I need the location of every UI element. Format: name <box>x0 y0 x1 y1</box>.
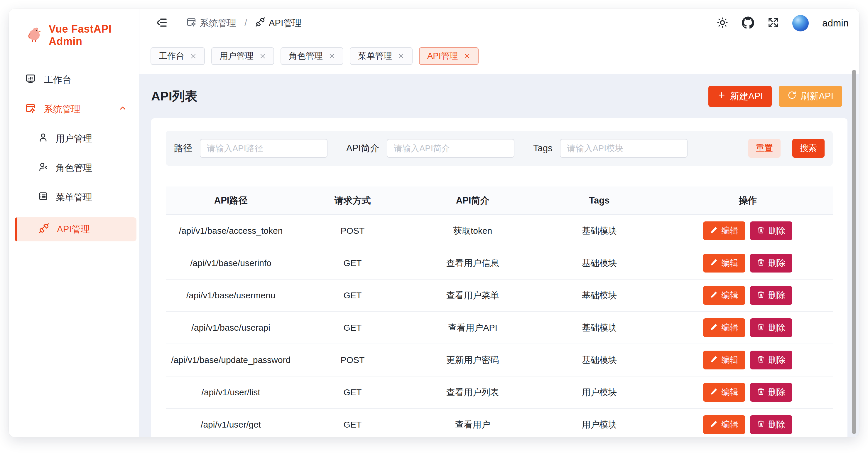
sidebar-item-api[interactable]: API管理 <box>15 217 136 242</box>
cell-method: GET <box>296 376 409 408</box>
theme-toggle-sun-icon[interactable] <box>717 17 728 30</box>
user-icon <box>38 133 48 145</box>
breadcrumb-api[interactable]: API管理 <box>255 17 302 29</box>
active-indicator-bar <box>15 217 17 242</box>
path-filter-input[interactable] <box>200 139 328 158</box>
edit-label: 编辑 <box>721 257 738 269</box>
vertical-scrollbar-thumb[interactable] <box>852 70 856 434</box>
tags-filter-input[interactable] <box>560 139 687 158</box>
delete-button[interactable]: 删除 <box>750 415 792 434</box>
close-icon[interactable] <box>259 53 266 59</box>
close-icon[interactable] <box>329 53 335 59</box>
edit-button[interactable]: 编辑 <box>703 221 745 240</box>
edit-button[interactable]: 编辑 <box>703 351 745 369</box>
tab-workbench[interactable]: 工作台 <box>151 47 205 65</box>
trash-icon <box>757 323 765 333</box>
tab-label: 用户管理 <box>219 50 253 62</box>
collapse-sidebar-icon[interactable] <box>156 17 167 30</box>
table-card: 路径 API简介 Tags 重置 搜索 <box>151 118 847 437</box>
cell-tags: 基础模块 <box>536 247 663 279</box>
delete-button[interactable]: 删除 <box>750 318 792 337</box>
cell-summary: 查看用户信息 <box>409 247 536 279</box>
sidebar-item-users[interactable]: 用户管理 <box>9 129 139 148</box>
summary-filter-input[interactable] <box>387 139 515 158</box>
logo-row[interactable]: Vue FastAPI Admin <box>9 9 139 48</box>
fullscreen-icon[interactable] <box>768 17 779 29</box>
top-bar: 系统管理 / API管理 <box>140 9 859 37</box>
sidebar-item-label: 角色管理 <box>56 162 92 174</box>
delete-button[interactable]: 删除 <box>750 351 792 369</box>
edit-button[interactable]: 编辑 <box>703 415 745 434</box>
trash-icon <box>757 420 765 430</box>
screen: Vue FastAPI Admin 工作台 系统管理 <box>0 0 868 454</box>
pencil-icon <box>710 258 718 268</box>
delete-button[interactable]: 删除 <box>750 254 792 273</box>
tab-label: API管理 <box>427 50 458 62</box>
edit-button[interactable]: 编辑 <box>703 254 745 273</box>
edit-label: 编辑 <box>721 322 738 334</box>
sidebar-item-roles[interactable]: 角色管理 <box>9 159 139 177</box>
cell-path: /api/v1/base/access_token <box>166 215 296 247</box>
edit-button[interactable]: 编辑 <box>703 318 745 337</box>
refresh-api-button[interactable]: 刷新API <box>779 86 842 107</box>
sidebar-item-label: 系统管理 <box>44 103 81 115</box>
username: admin <box>822 18 849 29</box>
cell-path: /api/v1/base/update_password <box>166 344 296 376</box>
close-icon[interactable] <box>190 53 196 59</box>
tab-roles[interactable]: 角色管理 <box>281 47 343 65</box>
breadcrumb-label: 系统管理 <box>200 17 236 29</box>
reset-button[interactable]: 重置 <box>748 139 780 158</box>
summary-filter-label: API简介 <box>346 142 379 154</box>
github-icon[interactable] <box>742 17 754 30</box>
pencil-icon <box>710 323 718 333</box>
tab-api[interactable]: API管理 <box>419 47 478 65</box>
edit-button[interactable]: 编辑 <box>703 383 745 402</box>
delete-button[interactable]: 删除 <box>750 286 792 305</box>
page-title-row: API列表 新建API 刷新API <box>151 74 847 118</box>
edit-label: 编辑 <box>721 354 738 366</box>
sidebar-item-system[interactable]: 系统管理 <box>9 100 139 119</box>
tab-label: 菜单管理 <box>358 50 392 62</box>
cell-tags: 基础模块 <box>536 215 663 247</box>
cell-summary: 查看用户列表 <box>409 376 536 408</box>
close-icon[interactable] <box>464 53 470 59</box>
menu-list-icon <box>38 191 48 203</box>
pencil-icon <box>710 355 718 365</box>
sidebar-menu: 工作台 系统管理 用户管理 角 <box>9 48 139 242</box>
avatar[interactable] <box>792 15 809 31</box>
cell-summary: 查看用户 <box>409 408 536 437</box>
tab-label: 工作台 <box>159 50 184 62</box>
sidebar-item-workbench[interactable]: 工作台 <box>9 70 139 89</box>
breadcrumb-system[interactable]: 系统管理 <box>186 17 236 29</box>
new-api-button[interactable]: 新建API <box>708 86 772 107</box>
chick-logo-icon <box>26 26 43 44</box>
delete-button[interactable]: 删除 <box>750 383 792 402</box>
system-window-gear-icon <box>25 103 36 116</box>
tab-users[interactable]: 用户管理 <box>211 47 274 65</box>
trash-icon <box>757 291 765 301</box>
title-actions: 新建API 刷新API <box>708 86 847 107</box>
tags-filter-label: Tags <box>533 143 552 153</box>
sidebar-item-label: 工作台 <box>44 74 71 86</box>
col-header-tags: Tags <box>536 187 663 215</box>
delete-button[interactable]: 删除 <box>750 221 792 240</box>
sidebar-item-label: 用户管理 <box>56 133 92 145</box>
tab-label: 角色管理 <box>289 50 323 62</box>
cell-tags: 用户模块 <box>536 408 663 437</box>
cell-method: GET <box>296 312 409 344</box>
edit-button[interactable]: 编辑 <box>703 286 745 305</box>
delete-label: 删除 <box>768 387 785 398</box>
plus-icon <box>717 91 726 102</box>
cell-method: GET <box>296 408 409 437</box>
breadcrumb-label: API管理 <box>269 17 302 29</box>
path-filter-label: 路径 <box>174 142 192 154</box>
cell-actions: 编辑 删除 <box>662 279 833 312</box>
tab-menus[interactable]: 菜单管理 <box>350 47 412 65</box>
sidebar-item-menus[interactable]: 菜单管理 <box>9 188 139 207</box>
pencil-icon <box>710 388 718 397</box>
delete-label: 删除 <box>768 354 785 366</box>
search-button[interactable]: 搜索 <box>792 139 825 158</box>
delete-label: 删除 <box>768 257 785 269</box>
table-row: /api/v1/base/update_password POST 更新用户密码… <box>166 344 833 376</box>
close-icon[interactable] <box>398 53 404 59</box>
